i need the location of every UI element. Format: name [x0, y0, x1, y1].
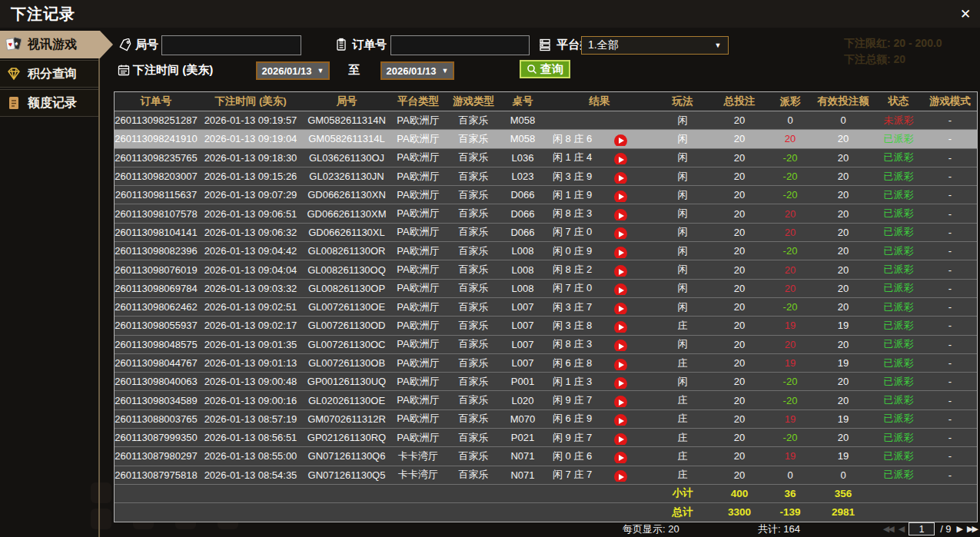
table-row[interactable]: 260113088003765 2026-01-13 08:57:19 GM07…: [115, 410, 977, 429]
cell-total-bet: 20: [711, 208, 768, 220]
round-number-input[interactable]: [161, 35, 301, 55]
cell-game-mode: -: [923, 432, 977, 443]
page-number-input[interactable]: [909, 522, 935, 535]
cell-payout: -20: [768, 301, 812, 313]
cell-game-type: 百家乐: [447, 337, 500, 351]
order-number-input[interactable]: [390, 35, 530, 55]
cell-round-id: GL007261130OD: [304, 320, 390, 331]
last-page-icon[interactable]: ▶▶: [967, 524, 977, 534]
play-video-icon[interactable]: [614, 247, 627, 258]
cell-status: 已派彩: [874, 468, 923, 482]
cell-valid-bet: 20: [812, 339, 874, 350]
table-row[interactable]: 260113087975818 2026-01-13 08:54:35 GN07…: [115, 466, 977, 485]
cell-total-bet: 20: [711, 339, 768, 350]
sidebar-item-points-query[interactable]: 积分查询: [0, 60, 98, 88]
table-row[interactable]: 260113098235765 2026-01-13 09:18:30 GL03…: [115, 149, 977, 167]
cell-platform: PA欧洲厅: [390, 151, 447, 164]
date-to-select[interactable]: 2026/01/13 ▼: [380, 61, 454, 80]
cell-payout: -20: [768, 152, 812, 164]
cell-status: 已派彩: [874, 263, 923, 277]
cell-game-mode: -: [923, 320, 977, 331]
cell-total-bet: 20: [711, 320, 768, 331]
play-video-icon[interactable]: [614, 433, 627, 445]
cell-payout: -20: [768, 245, 812, 257]
table-row[interactable]: 260113098251287 2026-01-13 09:19:57 GM05…: [115, 111, 977, 130]
cell-table-no: L007: [500, 301, 545, 313]
table-row[interactable]: 260113098034589 2026-01-13 09:00:16 GL02…: [115, 391, 977, 409]
play-video-icon[interactable]: [614, 153, 627, 164]
play-video-icon[interactable]: [614, 172, 627, 184]
document-icon: [5, 94, 22, 111]
play-video-icon[interactable]: [614, 321, 627, 333]
play-video-icon[interactable]: [614, 227, 627, 239]
play-video-icon[interactable]: [614, 377, 627, 389]
platform-type-value: 1.全部: [588, 38, 619, 52]
table-row[interactable]: 260113087999350 2026-01-13 08:56:51 GP02…: [115, 429, 977, 447]
play-video-icon[interactable]: [614, 209, 627, 220]
cell-payout: 20: [768, 227, 812, 238]
table-row[interactable]: 260113098115637 2026-01-13 09:07:29 GD06…: [115, 186, 977, 204]
first-page-icon[interactable]: ◀◀: [883, 524, 893, 534]
table-row[interactable]: 260113087980297 2026-01-13 08:55:00 GN07…: [115, 447, 977, 466]
table-row[interactable]: 260113098107578 2026-01-13 09:06:51 GD06…: [115, 204, 977, 223]
table-row[interactable]: 260113098069784 2026-01-13 09:03:32 GL00…: [115, 280, 977, 298]
diamond-icon: [5, 65, 22, 82]
play-video-icon[interactable]: [614, 452, 627, 463]
play-video-icon[interactable]: [614, 470, 627, 482]
cell-game-type: 百家乐: [447, 300, 500, 314]
sidebar-item-quota-records[interactable]: 额度记录: [0, 89, 98, 117]
prev-page-icon[interactable]: ◀: [899, 524, 903, 534]
play-video-icon[interactable]: [614, 396, 627, 407]
table-row[interactable]: 260113098062462 2026-01-13 09:02:51 GL00…: [115, 298, 977, 317]
cell-platform: PA欧洲厅: [390, 132, 447, 146]
cell-table-no: N071: [500, 469, 545, 481]
cell-valid-bet: 20: [812, 432, 874, 443]
cell-game-type: 百家乐: [447, 412, 500, 426]
next-page-icon[interactable]: ▶: [957, 524, 962, 534]
result-text: 闲 0 庄 6: [553, 450, 592, 462]
cell-total-bet: 20: [711, 413, 768, 425]
cell-total-bet: 20: [711, 114, 768, 126]
date-from-value: 2026/01/13: [262, 65, 312, 77]
table-row[interactable]: 260113098055937 2026-01-13 09:02:17 GL00…: [115, 317, 977, 335]
cell-round-id: GN071261130Q6: [304, 450, 390, 462]
col-header-bet-side: 玩法: [654, 94, 711, 108]
play-video-icon[interactable]: [614, 414, 627, 426]
sidebar-item-video-games[interactable]: ♠♥ 视讯游戏: [0, 31, 100, 58]
calendar-icon: [117, 63, 131, 77]
cell-bet-side: 闲: [654, 132, 711, 146]
table-row[interactable]: 260113098203007 2026-01-13 09:15:26 GL02…: [115, 167, 977, 186]
platform-type-select[interactable]: 1.全部 ▼: [581, 36, 729, 55]
table-row[interactable]: 260113098040063 2026-01-13 09:00:48 GP00…: [115, 373, 977, 391]
cell-order-id: 260113098107578: [115, 208, 198, 220]
date-from-select[interactable]: 2026/01/13 ▼: [256, 61, 330, 80]
col-header-platform: 平台类型: [390, 94, 447, 108]
cell-payout: 19: [768, 413, 812, 425]
cell-bet-time: 2026-01-13 09:06:32: [198, 227, 304, 238]
chevron-down-icon: ▼: [442, 67, 449, 75]
play-video-icon[interactable]: [614, 359, 627, 370]
close-icon[interactable]: ✕: [955, 5, 975, 25]
table-row[interactable]: 260113098104141 2026-01-13 09:06:32 GD06…: [115, 224, 977, 242]
cell-status: 已派彩: [874, 337, 923, 351]
table-row[interactable]: 260113098082396 2026-01-13 09:04:42 GL00…: [115, 242, 977, 260]
cell-order-id: 260113087980297: [115, 450, 198, 462]
play-video-icon[interactable]: [614, 340, 627, 351]
table-row[interactable]: 260113098048575 2026-01-13 09:01:35 GL00…: [115, 336, 977, 354]
cell-round-id: GL008261130OR: [304, 245, 390, 257]
play-video-icon[interactable]: [614, 134, 627, 146]
query-button[interactable]: 查询: [520, 60, 570, 78]
play-video-icon[interactable]: [614, 265, 627, 277]
play-video-icon[interactable]: [614, 283, 627, 295]
table-row[interactable]: 260113098241910 2026-01-13 09:19:04 GM05…: [115, 130, 977, 148]
cell-valid-bet: 20: [812, 189, 874, 201]
play-video-icon[interactable]: [614, 303, 627, 314]
cell-result: 闲 7 庄 0: [545, 225, 654, 239]
play-video-icon[interactable]: [614, 191, 627, 202]
cell-order-id: 260113098076019: [115, 264, 198, 276]
cell-valid-bet: 0: [812, 469, 874, 481]
table-row[interactable]: 260113098076019 2026-01-13 09:04:04 GL00…: [115, 260, 977, 279]
cell-table-no: N071: [500, 450, 545, 462]
table-row[interactable]: 260113098044767 2026-01-13 09:01:13 GL00…: [115, 354, 977, 373]
cell-game-mode: -: [923, 376, 977, 387]
